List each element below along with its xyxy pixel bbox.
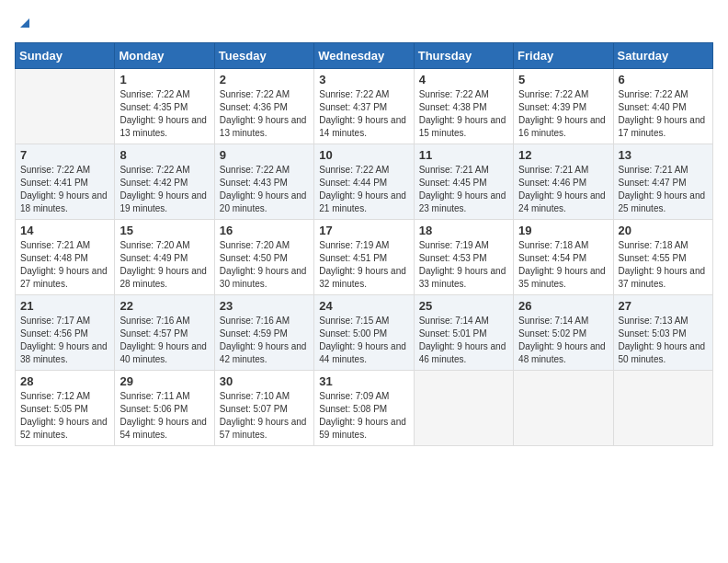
calendar-cell [514,371,613,446]
calendar-cell: 6Sunrise: 7:22 AMSunset: 4:40 PMDaylight… [613,69,712,144]
calendar-week-row: 28Sunrise: 7:12 AMSunset: 5:05 PMDayligh… [16,371,713,446]
day-info: Sunrise: 7:19 AMSunset: 4:53 PMDaylight:… [419,239,508,291]
weekday-header-sunday: Sunday [16,43,115,69]
calendar-cell: 23Sunrise: 7:16 AMSunset: 4:59 PMDayligh… [214,295,313,371]
day-number: 14 [20,224,109,237]
day-number: 27 [619,299,708,313]
day-info: Sunrise: 7:22 AMSunset: 4:41 PMDaylight:… [20,164,109,215]
day-number: 29 [119,374,209,388]
day-number: 9 [220,148,309,162]
calendar-cell: 4Sunrise: 7:22 AMSunset: 4:38 PMDaylight… [414,69,513,144]
calendar-cell: 5Sunrise: 7:22 AMSunset: 4:39 PMDaylight… [514,69,613,144]
day-number: 1 [119,73,209,86]
calendar-cell: 31Sunrise: 7:09 AMSunset: 5:08 PMDayligh… [314,371,414,446]
day-number: 24 [319,299,408,313]
day-number: 28 [20,374,109,388]
calendar-week-row: 21Sunrise: 7:17 AMSunset: 4:56 PMDayligh… [16,295,713,371]
day-number: 20 [619,224,708,237]
calendar-cell: 14Sunrise: 7:21 AMSunset: 4:48 PMDayligh… [16,220,115,295]
svg-marker-0 [20,18,29,28]
calendar-table: SundayMondayTuesdayWednesdayThursdayFrid… [15,42,713,446]
day-number: 22 [119,299,209,313]
weekday-header-tuesday: Tuesday [214,43,313,69]
day-info: Sunrise: 7:15 AMSunset: 5:00 PMDaylight:… [319,315,408,366]
weekday-header-saturday: Saturday [613,43,712,69]
logo [15,15,33,35]
day-number: 4 [419,73,508,86]
day-number: 23 [220,299,309,313]
day-info: Sunrise: 7:22 AMSunset: 4:40 PMDaylight:… [619,88,708,140]
logo-icon [17,15,33,31]
day-number: 5 [518,73,608,86]
calendar-cell: 22Sunrise: 7:16 AMSunset: 4:57 PMDayligh… [115,295,214,371]
day-info: Sunrise: 7:16 AMSunset: 4:59 PMDaylight:… [220,315,309,366]
day-info: Sunrise: 7:20 AMSunset: 4:49 PMDaylight:… [119,239,209,291]
calendar-cell [613,371,712,446]
day-number: 19 [518,224,608,237]
day-info: Sunrise: 7:22 AMSunset: 4:38 PMDaylight:… [419,88,508,140]
day-number: 21 [20,299,109,313]
calendar-cell: 11Sunrise: 7:21 AMSunset: 4:45 PMDayligh… [414,144,513,220]
calendar-cell: 18Sunrise: 7:19 AMSunset: 4:53 PMDayligh… [414,220,513,295]
day-info: Sunrise: 7:14 AMSunset: 5:02 PMDaylight:… [518,315,608,366]
day-info: Sunrise: 7:17 AMSunset: 4:56 PMDaylight:… [20,315,109,366]
day-info: Sunrise: 7:16 AMSunset: 4:57 PMDaylight:… [119,315,209,366]
day-number: 25 [419,299,508,313]
calendar-cell [16,69,115,144]
weekday-header-friday: Friday [514,43,613,69]
calendar-cell: 25Sunrise: 7:14 AMSunset: 5:01 PMDayligh… [414,295,513,371]
calendar-cell: 26Sunrise: 7:14 AMSunset: 5:02 PMDayligh… [514,295,613,371]
calendar-cell: 7Sunrise: 7:22 AMSunset: 4:41 PMDaylight… [16,144,115,220]
day-number: 8 [119,148,209,162]
calendar-cell: 16Sunrise: 7:20 AMSunset: 4:50 PMDayligh… [214,220,313,295]
day-info: Sunrise: 7:09 AMSunset: 5:08 PMDaylight:… [319,390,408,442]
day-info: Sunrise: 7:18 AMSunset: 4:54 PMDaylight:… [518,239,608,291]
page-header [15,15,713,35]
day-number: 15 [119,224,209,237]
day-info: Sunrise: 7:21 AMSunset: 4:46 PMDaylight:… [518,164,608,215]
day-number: 18 [419,224,508,237]
day-info: Sunrise: 7:22 AMSunset: 4:39 PMDaylight:… [518,88,608,140]
calendar-cell: 8Sunrise: 7:22 AMSunset: 4:42 PMDaylight… [115,144,214,220]
weekday-header-monday: Monday [115,43,214,69]
day-info: Sunrise: 7:10 AMSunset: 5:07 PMDaylight:… [220,390,309,442]
calendar-cell: 1Sunrise: 7:22 AMSunset: 4:35 PMDaylight… [115,69,214,144]
day-info: Sunrise: 7:22 AMSunset: 4:44 PMDaylight:… [319,164,408,215]
day-info: Sunrise: 7:21 AMSunset: 4:45 PMDaylight:… [419,164,508,215]
calendar-cell: 20Sunrise: 7:18 AMSunset: 4:55 PMDayligh… [613,220,712,295]
calendar-cell: 28Sunrise: 7:12 AMSunset: 5:05 PMDayligh… [16,371,115,446]
day-number: 13 [619,148,708,162]
day-number: 2 [220,73,309,86]
day-number: 3 [319,73,408,86]
day-info: Sunrise: 7:18 AMSunset: 4:55 PMDaylight:… [619,239,708,291]
calendar-cell: 17Sunrise: 7:19 AMSunset: 4:51 PMDayligh… [314,220,414,295]
day-info: Sunrise: 7:22 AMSunset: 4:43 PMDaylight:… [220,164,309,215]
day-number: 17 [319,224,408,237]
day-number: 7 [20,148,109,162]
day-info: Sunrise: 7:19 AMSunset: 4:51 PMDaylight:… [319,239,408,291]
calendar-cell: 21Sunrise: 7:17 AMSunset: 4:56 PMDayligh… [16,295,115,371]
calendar-cell: 29Sunrise: 7:11 AMSunset: 5:06 PMDayligh… [115,371,214,446]
day-info: Sunrise: 7:12 AMSunset: 5:05 PMDaylight:… [20,390,109,442]
calendar-cell: 15Sunrise: 7:20 AMSunset: 4:49 PMDayligh… [115,220,214,295]
day-info: Sunrise: 7:21 AMSunset: 4:48 PMDaylight:… [20,239,109,291]
day-info: Sunrise: 7:13 AMSunset: 5:03 PMDaylight:… [619,315,708,366]
calendar-cell: 19Sunrise: 7:18 AMSunset: 4:54 PMDayligh… [514,220,613,295]
day-info: Sunrise: 7:22 AMSunset: 4:35 PMDaylight:… [119,88,209,140]
calendar-header-row: SundayMondayTuesdayWednesdayThursdayFrid… [16,43,713,69]
calendar-cell: 27Sunrise: 7:13 AMSunset: 5:03 PMDayligh… [613,295,712,371]
weekday-header-thursday: Thursday [414,43,513,69]
day-number: 31 [319,374,408,388]
calendar-cell: 24Sunrise: 7:15 AMSunset: 5:00 PMDayligh… [314,295,414,371]
calendar-cell: 30Sunrise: 7:10 AMSunset: 5:07 PMDayligh… [214,371,313,446]
calendar-cell: 13Sunrise: 7:21 AMSunset: 4:47 PMDayligh… [613,144,712,220]
day-info: Sunrise: 7:21 AMSunset: 4:47 PMDaylight:… [619,164,708,215]
day-info: Sunrise: 7:14 AMSunset: 5:01 PMDaylight:… [419,315,508,366]
day-info: Sunrise: 7:20 AMSunset: 4:50 PMDaylight:… [220,239,309,291]
day-number: 6 [619,73,708,86]
day-number: 26 [518,299,608,313]
day-number: 11 [419,148,508,162]
calendar-week-row: 7Sunrise: 7:22 AMSunset: 4:41 PMDaylight… [16,144,713,220]
day-number: 10 [319,148,408,162]
day-number: 30 [220,374,309,388]
